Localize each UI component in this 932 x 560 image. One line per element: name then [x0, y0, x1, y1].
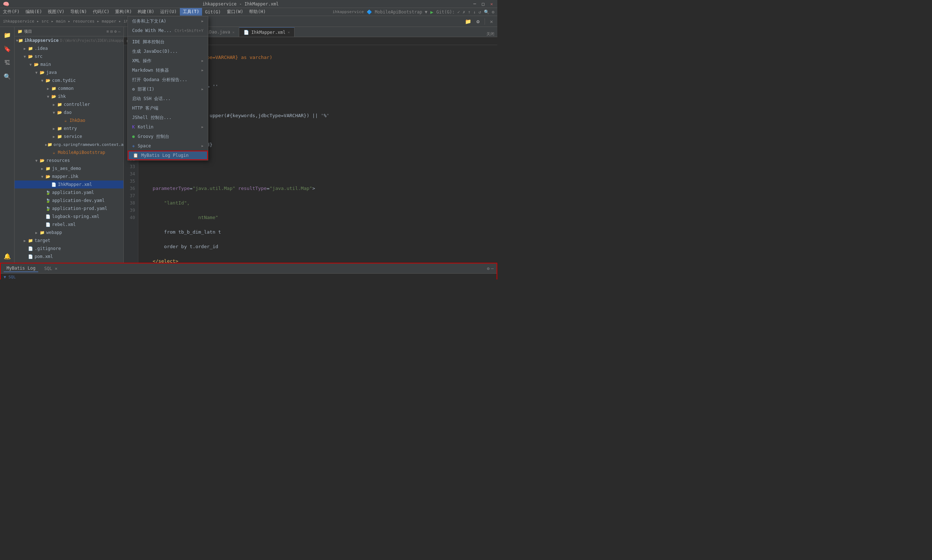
- menu-edit[interactable]: 编辑(E): [23, 8, 45, 15]
- title-bar: 🧠 ihkappservice - IhkMapper.xml ─ □ ✕: [0, 0, 497, 8]
- tree-main[interactable]: ▼ 📂 main: [15, 60, 123, 68]
- menu-jshell[interactable]: JShell 控制台...: [128, 113, 208, 122]
- project-header-btn2[interactable]: ⊟: [110, 29, 113, 34]
- tree-webapp[interactable]: ▶ 📁 webapp: [15, 229, 123, 237]
- menu-mybatis-log[interactable]: 📋 MyBatis Log Plugin: [128, 151, 208, 160]
- menu-git[interactable]: Git(G): [202, 8, 223, 15]
- menu-nav[interactable]: 导航(N): [67, 8, 90, 15]
- ihkmapper-label: IhkMapper.xml: [58, 182, 92, 187]
- menu-groovy[interactable]: ● Groovy 控制台: [128, 132, 208, 141]
- log-settings-btn[interactable]: ⚙: [487, 266, 490, 271]
- log-panel: MyBatis Log SQL ✕ ⚙ — ▼ SQL select t.* f…: [0, 263, 497, 280]
- tasks-label: 任务和上下文(A): [132, 18, 166, 25]
- menu-space[interactable]: ◈ Space: [128, 141, 208, 151]
- project-header-btn[interactable]: ≡: [107, 29, 109, 34]
- tree-app-dev-yaml[interactable]: ▶ 🍃 application-dev.yaml: [15, 197, 123, 205]
- activity-project[interactable]: 📁: [1, 28, 14, 42]
- tree-target[interactable]: ▶ 📁 target: [15, 237, 123, 245]
- menu-tools[interactable]: 工具(T): [180, 8, 202, 15]
- menu-markdown[interactable]: Markdown 转换器: [128, 66, 208, 75]
- target-label: target: [35, 238, 50, 243]
- tree-com-tydic[interactable]: ▼ 📂 com.tydic: [15, 76, 123, 85]
- toolbar-settings[interactable]: ⚙: [474, 17, 482, 26]
- deploy-icon: ⚙: [132, 86, 135, 92]
- tree-entry[interactable]: ▶ 📁 entry: [15, 125, 123, 132]
- log-filter-tab[interactable]: ▼ SQL: [4, 275, 15, 280]
- minimize-btn[interactable]: ─: [472, 2, 477, 6]
- tree-controller[interactable]: ▶ 📁 controller: [15, 100, 123, 108]
- menu-build[interactable]: 构建(B): [135, 8, 157, 15]
- app-yaml-label: application.yaml: [52, 190, 94, 195]
- menu-qodana[interactable]: 打开 Qodana 分析报告...: [128, 75, 208, 85]
- tree-idea[interactable]: ▶ 📁 .idea: [15, 45, 123, 52]
- tree-ihk[interactable]: ▼ 📂 ihk: [15, 92, 123, 100]
- controller-label: controller: [64, 102, 90, 107]
- toolbar-close[interactable]: ✕: [487, 17, 496, 26]
- menu-run[interactable]: 运行(U): [157, 8, 180, 15]
- menu-xml[interactable]: XML 操作: [128, 56, 208, 66]
- resources-label: resources: [46, 158, 70, 163]
- menu-http[interactable]: HTTP 客户端: [128, 103, 208, 113]
- tab-mapper-close[interactable]: ✕: [288, 30, 290, 34]
- tree-mobileapi[interactable]: ▶ ☕ MobileApiBootstrap: [15, 148, 123, 157]
- toolbar-project-btn[interactable]: 📁: [464, 17, 472, 26]
- run-config[interactable]: 🔷 MobileApiBootstrap ▼: [367, 9, 427, 15]
- tree-app-yaml[interactable]: ▶ 🍃 application.yaml: [15, 188, 123, 197]
- menu-deploy[interactable]: ⚙ 部署(I): [128, 85, 208, 94]
- menu-tasks[interactable]: 任务和上下文(A): [128, 16, 208, 26]
- project-tree: ▼ 📁 ihkappservice D:\Work\Projects\IDEA\…: [15, 36, 123, 263]
- project-selector[interactable]: ihkappservice: [333, 9, 364, 14]
- service-label: service: [64, 134, 82, 139]
- tree-org-spring[interactable]: ▶ 📁 org.springframework.context.annotati…: [15, 140, 123, 148]
- tab-mapper[interactable]: 📄 IhkMapper.xml ✕: [239, 27, 294, 37]
- root-label: ihkappservice: [25, 38, 59, 43]
- maximize-btn[interactable]: □: [481, 2, 486, 6]
- tree-js-aes[interactable]: ▶ 📁 js_aes_demo: [15, 165, 123, 172]
- activity-structure[interactable]: 🏗: [1, 56, 14, 69]
- project-settings-btn[interactable]: ⚙: [114, 29, 117, 34]
- code-with-me-shortcut: Ctrl+Shift+Y: [174, 28, 203, 33]
- menu-code-with-me[interactable]: Code With Me... Ctrl+Shift+Y: [128, 26, 208, 35]
- menu-code[interactable]: 代码(C): [90, 8, 112, 15]
- tree-gitignore[interactable]: ▶ 📄 .gitignore: [15, 245, 123, 252]
- menu-ssh[interactable]: 启动 SSH 会话...: [128, 94, 208, 103]
- tree-resources[interactable]: ▼ 📂 resources: [15, 157, 123, 165]
- menu-help[interactable]: 帮助(H): [246, 8, 269, 15]
- tree-ihkmapper-xml[interactable]: ▶ 📄 IhkMapper.xml: [15, 180, 123, 188]
- tree-root[interactable]: ▼ 📁 ihkappservice D:\Work\Projects\IDEA\…: [15, 36, 123, 45]
- menu-file[interactable]: 文件(F): [0, 8, 23, 15]
- log-tab-mybatis[interactable]: MyBatis Log: [4, 265, 38, 272]
- menu-ide-console[interactable]: IDE 脚本控制台: [128, 37, 208, 46]
- activity-find[interactable]: 🔍: [1, 70, 14, 83]
- project-close-btn[interactable]: —: [118, 29, 120, 34]
- tree-src[interactable]: ▼ 📂 src: [15, 52, 123, 60]
- menu-javadoc[interactable]: 生成 JavaDoc(D)...: [128, 46, 208, 56]
- menu-view[interactable]: 视图(V): [45, 8, 67, 15]
- src-label: src: [35, 54, 43, 59]
- main-layout: 📁 🔖 🏗 🔍 🔔 📁 项目 ≡ ⊟ ⚙ — ▼ 📁 ihkappservice: [0, 27, 497, 263]
- tree-ihkdao[interactable]: ▶ ☕ IhkDao: [15, 117, 123, 125]
- tree-service[interactable]: ▶ 📁 service: [15, 132, 123, 140]
- close-tab-btn[interactable]: 关闭: [487, 31, 494, 37]
- java-label: java: [46, 70, 57, 75]
- tree-app-prod-yaml[interactable]: ▶ 🍃 application-prod.yaml: [15, 205, 123, 212]
- log-tab-sql[interactable]: SQL ✕: [41, 265, 60, 272]
- tree-mapper-ihk[interactable]: ▼ 📂 mapper.ihk: [15, 172, 123, 180]
- activity-bookmarks[interactable]: 🔖: [1, 42, 14, 55]
- close-btn[interactable]: ✕: [489, 2, 494, 6]
- log-minimize-btn[interactable]: —: [491, 266, 494, 271]
- log-panel-header: MyBatis Log SQL ✕ ⚙ —: [1, 263, 497, 274]
- tree-logback-xml[interactable]: ▶ 📄 logback-spring.xml: [15, 212, 123, 220]
- menu-kotlin[interactable]: K Kotlin: [128, 122, 208, 132]
- menu-window[interactable]: 窗口(W): [224, 8, 246, 15]
- window-controls: ─ □ ✕: [472, 2, 494, 6]
- run-btn[interactable]: ▶: [430, 9, 433, 15]
- tree-rebel-xml[interactable]: ▶ 📄 rebel.xml: [15, 220, 123, 229]
- tree-java[interactable]: ▼ 📂 java: [15, 68, 123, 76]
- tree-pom-xml[interactable]: ▶ 📄 pom.xml: [15, 252, 123, 260]
- menu-refactor[interactable]: 重构(R): [112, 8, 135, 15]
- tree-dao[interactable]: ▼ 📂 dao: [15, 108, 123, 117]
- activity-notifications[interactable]: 🔔: [1, 249, 14, 263]
- tab-dao-close[interactable]: ✕: [232, 30, 234, 34]
- tree-common[interactable]: ▶ 📁 common: [15, 85, 123, 92]
